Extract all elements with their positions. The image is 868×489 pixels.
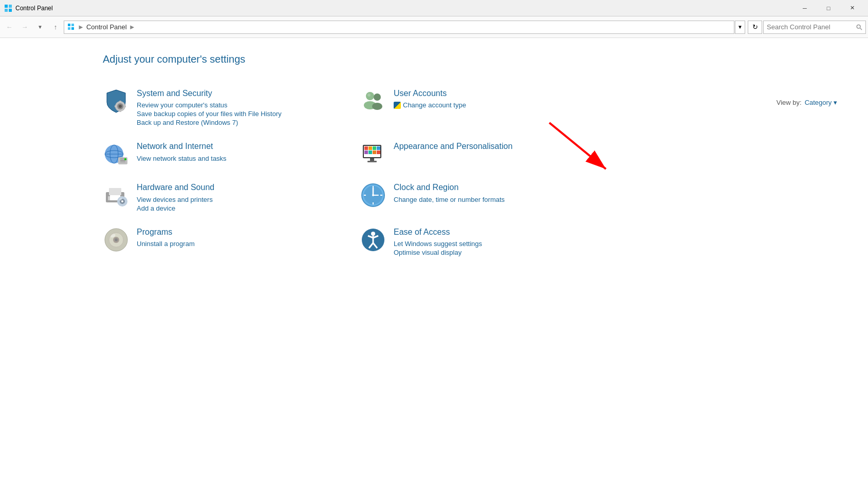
up-button[interactable]: ↑ <box>48 20 63 34</box>
programs-icon <box>103 227 130 253</box>
title-bar: Control Panel ─ □ ✕ <box>0 0 868 16</box>
clock-title[interactable]: Clock and Region <box>394 183 458 192</box>
hardware-title[interactable]: Hardware and Sound <box>137 183 214 192</box>
ease-of-access-title[interactable]: Ease of Access <box>394 228 450 236</box>
clock-icon <box>360 182 386 209</box>
back-button[interactable]: ← <box>2 20 16 34</box>
svg-rect-2 <box>5 9 8 12</box>
svg-point-71 <box>371 232 375 236</box>
svg-point-14 <box>119 105 122 108</box>
close-button[interactable]: ✕ <box>840 0 864 16</box>
main-content: Adjust your computer's settings <box>0 38 868 489</box>
minimize-button[interactable]: ─ <box>793 0 817 16</box>
change-account-type-link[interactable]: Change account type <box>394 101 606 109</box>
review-status-link[interactable]: Review your computer's status <box>137 101 349 109</box>
svg-rect-28 <box>118 157 127 164</box>
add-device-link[interactable]: Add a device <box>137 204 349 212</box>
svg-rect-15 <box>119 101 121 103</box>
svg-rect-17 <box>115 105 117 107</box>
maximize-button[interactable]: □ <box>817 0 840 16</box>
svg-rect-40 <box>368 151 372 154</box>
svg-rect-39 <box>364 151 368 154</box>
user-accounts-content: User Accounts Change account type <box>394 88 606 109</box>
category-appearance: Appearance and Personalisation <box>360 134 617 175</box>
svg-rect-0 <box>5 5 8 8</box>
system-security-icon <box>103 88 130 115</box>
svg-rect-38 <box>377 146 380 150</box>
devices-printers-link[interactable]: View devices and printers <box>137 196 349 203</box>
ease-of-access-links: Let Windows suggest settings Optimise vi… <box>394 240 606 256</box>
hardware-content: Hardware and Sound View devices and prin… <box>137 182 349 212</box>
network-icon <box>103 141 130 167</box>
svg-point-51 <box>121 200 123 202</box>
search-icon <box>856 24 862 31</box>
svg-point-22 <box>372 103 382 110</box>
recent-locations-button[interactable]: ▼ <box>33 20 47 34</box>
svg-rect-3 <box>9 9 12 12</box>
programs-content: Programs Uninstall a program <box>137 227 349 248</box>
svg-rect-4 <box>68 24 70 26</box>
suggest-settings-link[interactable]: Let Windows suggest settings <box>394 240 606 248</box>
system-security-links: Review your computer's status Save backu… <box>137 101 349 126</box>
user-accounts-icon <box>360 88 386 115</box>
address-dropdown-button[interactable]: ▼ <box>735 21 745 34</box>
programs-title[interactable]: Programs <box>137 228 172 236</box>
network-content: Network and Internet View network status… <box>137 141 349 162</box>
restore-link[interactable]: Back up and Restore (Windows 7) <box>137 119 349 126</box>
svg-rect-41 <box>373 151 376 154</box>
svg-rect-35 <box>364 146 368 150</box>
svg-rect-18 <box>123 105 126 107</box>
ease-of-access-content: Ease of Access Let Windows suggest setti… <box>394 227 606 256</box>
shield-icon <box>394 102 401 109</box>
category-ease-of-access: Ease of Access Let Windows suggest setti… <box>360 219 617 264</box>
svg-rect-44 <box>367 161 377 162</box>
svg-rect-48 <box>109 188 121 195</box>
svg-rect-37 <box>373 146 376 150</box>
view-by-dropdown[interactable]: Category ▾ <box>805 99 837 106</box>
svg-point-67 <box>115 238 118 241</box>
network-status-link[interactable]: View network status and tasks <box>137 155 349 162</box>
path-separator: ► <box>78 23 84 31</box>
svg-rect-5 <box>71 24 74 26</box>
search-box[interactable] <box>763 21 866 34</box>
address-path[interactable]: ► Control Panel ► <box>64 21 734 34</box>
refresh-button[interactable]: ↻ <box>748 21 762 34</box>
svg-line-9 <box>860 28 862 29</box>
svg-point-32 <box>124 158 126 160</box>
category-user-accounts: User Accounts Change account type <box>360 81 617 134</box>
visual-display-link[interactable]: Optimise visual display <box>394 249 606 256</box>
svg-rect-36 <box>368 146 372 150</box>
ease-of-access-icon <box>360 227 386 253</box>
appearance-content: Appearance and Personalisation <box>394 141 606 154</box>
svg-rect-16 <box>119 109 121 112</box>
svg-point-23 <box>367 93 371 97</box>
network-title[interactable]: Network and Internet <box>137 142 213 151</box>
path-control-panel[interactable]: Control Panel <box>86 23 127 31</box>
svg-rect-1 <box>9 5 12 8</box>
hardware-links: View devices and printers Add a device <box>137 196 349 212</box>
backup-link[interactable]: Save backup copies of your files with Fi… <box>137 110 349 118</box>
clock-links: Change date, time or number formats <box>394 196 606 203</box>
hardware-icon <box>103 182 130 209</box>
uninstall-link[interactable]: Uninstall a program <box>137 240 349 248</box>
category-hardware: Hardware and Sound View devices and prin… <box>103 175 360 219</box>
appearance-icon <box>360 141 386 167</box>
clock-content: Clock and Region Change date, time or nu… <box>394 182 606 203</box>
user-accounts-title[interactable]: User Accounts <box>394 89 447 98</box>
category-system-security: System and Security Review your computer… <box>103 81 360 134</box>
search-input[interactable] <box>767 23 853 31</box>
view-by-label: View by: <box>777 99 802 106</box>
system-security-title[interactable]: System and Security <box>137 89 212 98</box>
page-title: Adjust your computer's settings <box>103 53 837 65</box>
svg-point-21 <box>374 93 381 101</box>
appearance-title[interactable]: Appearance and Personalisation <box>394 142 512 151</box>
path-icon <box>67 23 76 31</box>
date-time-link[interactable]: Change date, time or number formats <box>394 196 606 203</box>
address-bar: ← → ▼ ↑ ► Control Panel ► ▼ ↻ <box>0 16 868 38</box>
category-clock: Clock and Region Change date, time or nu… <box>360 175 617 219</box>
system-security-content: System and Security Review your computer… <box>137 88 349 126</box>
programs-links: Uninstall a program <box>137 240 349 248</box>
forward-button[interactable]: → <box>17 20 32 34</box>
svg-rect-6 <box>68 27 70 30</box>
category-programs: Programs Uninstall a program <box>103 219 360 264</box>
